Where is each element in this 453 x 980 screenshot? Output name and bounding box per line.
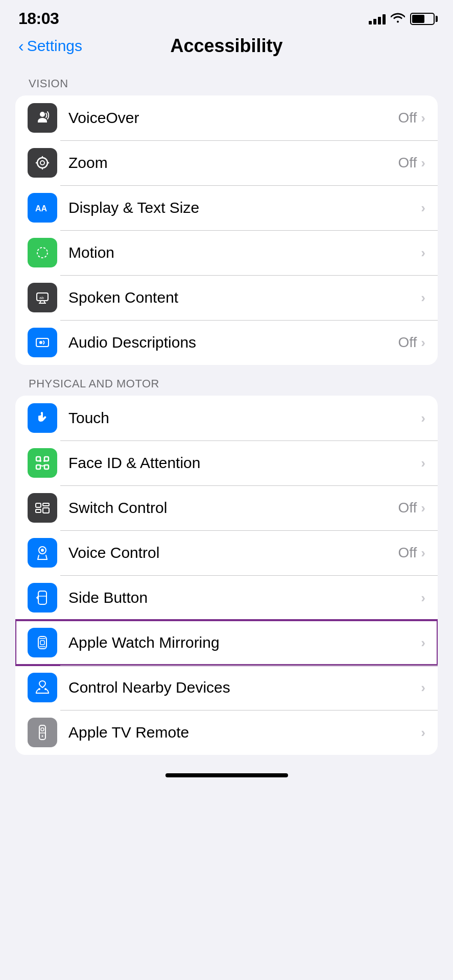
- battery-icon: [410, 13, 435, 25]
- svg-point-8: [37, 248, 47, 258]
- motion-item[interactable]: Motion ›: [15, 230, 438, 275]
- vision-settings-group: VoiceOver Off ›: [15, 95, 438, 365]
- audio-descriptions-chevron: ›: [421, 335, 425, 351]
- motion-icon: [28, 238, 57, 267]
- apple-watch-mirroring-label: Apple Watch Mirroring: [68, 634, 220, 651]
- display-text-size-chevron: ›: [421, 200, 425, 216]
- control-nearby-devices-chevron: ›: [421, 680, 425, 696]
- svg-point-39: [41, 728, 44, 731]
- section-vision: VISION VoiceOver Off ›: [0, 65, 453, 365]
- physical-motor-settings-group: Touch ›: [15, 396, 438, 755]
- svg-point-35: [38, 688, 40, 690]
- voiceover-label: VoiceOver: [68, 109, 139, 127]
- spoken-content-label: Spoken Content: [68, 289, 178, 306]
- nav-header: ‹ Settings Accessibility: [0, 33, 453, 65]
- voice-control-item[interactable]: Voice Control Off ›: [15, 530, 438, 575]
- back-button[interactable]: ‹ Settings: [18, 37, 82, 55]
- apple-tv-remote-icon: [28, 718, 57, 747]
- apple-tv-remote-label: Apple TV Remote: [68, 724, 189, 741]
- touch-chevron: ›: [421, 410, 425, 426]
- svg-point-15: [39, 341, 42, 344]
- svg-point-27: [41, 549, 44, 552]
- zoom-value: Off: [398, 155, 417, 171]
- svg-rect-29: [38, 591, 46, 604]
- svg-point-40: [42, 736, 43, 737]
- audio-descriptions-icon: [28, 328, 57, 357]
- zoom-label: Zoom: [68, 154, 108, 172]
- svg-text:ab: ab: [39, 296, 44, 300]
- side-button-icon: [28, 583, 57, 612]
- page-title: Accessibility: [170, 35, 282, 57]
- zoom-icon: [28, 148, 57, 178]
- voiceover-icon: [28, 103, 57, 133]
- side-button-label: Side Button: [68, 589, 148, 606]
- zoom-item[interactable]: Zoom Off ›: [15, 140, 438, 185]
- svg-text:AA: AA: [35, 204, 47, 213]
- content-area: VISION VoiceOver Off ›: [0, 65, 453, 765]
- control-nearby-devices-item[interactable]: Control Nearby Devices ›: [15, 665, 438, 710]
- svg-point-2: [40, 161, 44, 165]
- back-label[interactable]: Settings: [27, 37, 82, 55]
- status-icons: [369, 12, 435, 26]
- section-header-vision: VISION: [0, 65, 453, 95]
- display-text-size-label: Display & Text Size: [68, 199, 199, 216]
- voice-control-icon: [28, 538, 57, 568]
- switch-control-icon: [28, 493, 57, 523]
- touch-item[interactable]: Touch ›: [15, 396, 438, 440]
- voice-control-value: Off: [398, 545, 417, 561]
- motion-label: Motion: [68, 244, 114, 261]
- motion-chevron: ›: [421, 245, 425, 261]
- display-text-size-icon: AA: [28, 193, 57, 223]
- svg-rect-24: [43, 503, 49, 506]
- svg-rect-19: [44, 465, 49, 469]
- apple-watch-mirroring-chevron: ›: [421, 635, 425, 651]
- face-id-label: Face ID & Attention: [68, 454, 200, 472]
- svg-rect-23: [36, 509, 41, 512]
- zoom-chevron: ›: [421, 155, 425, 171]
- back-chevron-icon: ‹: [18, 38, 24, 54]
- svg-point-36: [44, 688, 46, 690]
- audio-descriptions-label: Audio Descriptions: [68, 334, 196, 351]
- switch-control-value: Off: [398, 500, 417, 516]
- apple-tv-remote-item[interactable]: Apple TV Remote ›: [15, 710, 438, 755]
- switch-control-chevron: ›: [421, 500, 425, 516]
- spoken-content-item[interactable]: ab Spoken Content ›: [15, 275, 438, 320]
- touch-label: Touch: [68, 409, 109, 427]
- spoken-content-icon: ab: [28, 283, 57, 312]
- voiceover-item[interactable]: VoiceOver Off ›: [15, 95, 438, 140]
- svg-rect-25: [43, 508, 49, 513]
- audio-descriptions-value: Off: [398, 334, 417, 351]
- svg-point-20: [39, 460, 41, 462]
- status-time: 18:03: [18, 9, 59, 28]
- section-header-physical-motor: PHYSICAL AND MOTOR: [0, 365, 453, 396]
- status-bar: 18:03: [0, 0, 453, 33]
- svg-rect-37: [39, 725, 45, 740]
- audio-descriptions-item[interactable]: Audio Descriptions Off ›: [15, 320, 438, 365]
- home-indicator: [165, 773, 288, 777]
- voiceover-value: Off: [398, 110, 417, 126]
- svg-point-1: [37, 158, 47, 168]
- wifi-icon: [391, 12, 405, 26]
- apple-watch-mirroring-icon: [28, 628, 57, 657]
- face-id-icon: [28, 448, 57, 478]
- switch-control-label: Switch Control: [68, 499, 167, 517]
- svg-rect-22: [36, 503, 41, 507]
- side-button-item[interactable]: Side Button ›: [15, 575, 438, 620]
- apple-watch-mirroring-item[interactable]: Apple Watch Mirroring ›: [15, 620, 438, 665]
- side-button-chevron: ›: [421, 590, 425, 606]
- svg-point-21: [43, 460, 45, 462]
- signal-icon: [369, 13, 386, 24]
- control-nearby-devices-icon: [28, 673, 57, 702]
- section-physical-motor: PHYSICAL AND MOTOR Touch ›: [0, 365, 453, 755]
- switch-control-item[interactable]: Switch Control Off ›: [15, 485, 438, 530]
- apple-tv-remote-chevron: ›: [421, 725, 425, 741]
- display-text-size-item[interactable]: AA Display & Text Size ›: [15, 185, 438, 230]
- face-id-item[interactable]: Face ID & Attention ›: [15, 440, 438, 485]
- svg-point-0: [40, 112, 45, 117]
- voice-control-chevron: ›: [421, 545, 425, 561]
- svg-rect-18: [36, 465, 40, 469]
- face-id-chevron: ›: [421, 455, 425, 471]
- control-nearby-devices-label: Control Nearby Devices: [68, 679, 230, 696]
- svg-rect-34: [40, 641, 44, 645]
- voiceover-chevron: ›: [421, 110, 425, 126]
